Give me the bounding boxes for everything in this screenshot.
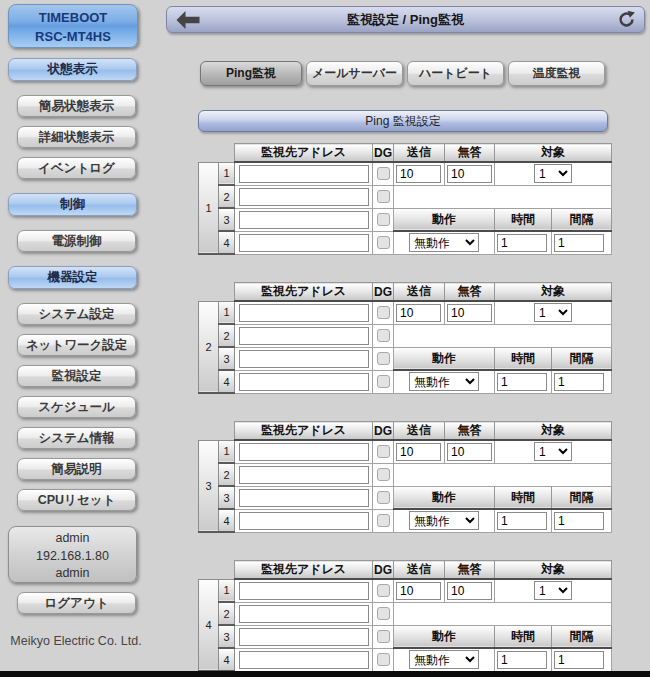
time-cell <box>495 231 552 254</box>
interval-input[interactable] <box>554 512 604 530</box>
action-select[interactable]: 無動作 <box>409 650 479 669</box>
dg-checkbox[interactable] <box>377 445 390 458</box>
sidebar-item-cpu-reset[interactable]: CPUリセット <box>17 489 136 511</box>
dg-checkbox[interactable] <box>377 352 390 365</box>
noreply-count-input[interactable] <box>447 165 492 183</box>
address-input[interactable] <box>239 234 369 252</box>
sidebar-item-network-settings[interactable]: ネットワーク設定 <box>17 334 136 356</box>
time-input[interactable] <box>497 651 547 669</box>
tab-temperature[interactable]: 温度監視 <box>508 61 605 86</box>
send-count-input[interactable] <box>396 304 441 322</box>
dg-checkbox[interactable] <box>377 329 390 342</box>
page-header-bar: 監視設定 / Ping監視 <box>166 6 645 33</box>
action-select[interactable]: 無動作 <box>409 511 479 530</box>
ping-monitor-group: 監視先アドレスDG送信無答対象41123動作時間間隔4無動作 <box>198 560 612 672</box>
col-header-noreply: 無答 <box>445 561 495 580</box>
device-title-button[interactable]: TIMEBOOT RSC-MT4HS <box>8 4 138 48</box>
tab-heartbeat[interactable]: ハートビート <box>407 61 504 86</box>
noreply-cell <box>445 579 495 602</box>
row-number: 2 <box>219 463 235 486</box>
sidebar-item-power-control[interactable]: 電源制御 <box>17 230 136 252</box>
dg-checkbox[interactable] <box>377 375 390 388</box>
row-number: 3 <box>219 347 235 370</box>
col-header-address: 監視先アドレス <box>235 144 373 163</box>
action-cell: 無動作 <box>394 648 495 671</box>
address-input[interactable] <box>239 443 369 461</box>
empty-cell <box>394 185 612 208</box>
dg-checkbox[interactable] <box>377 630 390 643</box>
dg-checkbox[interactable] <box>377 607 390 620</box>
col-header-noreply: 無答 <box>445 283 495 302</box>
sidebar-item-schedule[interactable]: スケジュール <box>17 396 136 418</box>
interval-input[interactable] <box>554 651 604 669</box>
address-input[interactable] <box>239 327 369 345</box>
table-corner-spacer <box>199 144 235 163</box>
address-cell <box>235 648 373 671</box>
address-input[interactable] <box>239 466 369 484</box>
address-input[interactable] <box>239 373 369 391</box>
address-input[interactable] <box>239 628 369 646</box>
dg-checkbox[interactable] <box>377 213 390 226</box>
sidebar-item-event-log[interactable]: イベントログ <box>17 157 136 179</box>
time-input[interactable] <box>497 234 547 252</box>
logout-button[interactable]: ログアウト <box>17 592 136 614</box>
target-select[interactable]: 1 <box>534 164 572 183</box>
refresh-icon[interactable] <box>617 10 636 29</box>
dg-checkbox[interactable] <box>377 190 390 203</box>
send-cell <box>394 579 445 602</box>
tab-ping-monitor[interactable]: Ping監視 <box>200 61 302 86</box>
sidebar-item-monitor-settings[interactable]: 監視設定 <box>17 365 136 387</box>
target-select[interactable]: 1 <box>534 442 572 461</box>
sidebar-section-control[interactable]: 制御 <box>8 193 137 216</box>
address-input[interactable] <box>239 512 369 530</box>
time-input[interactable] <box>497 512 547 530</box>
action-cell: 無動作 <box>394 231 495 254</box>
back-arrow-icon[interactable] <box>175 10 201 30</box>
address-input[interactable] <box>239 651 369 669</box>
address-cell <box>235 509 373 532</box>
sidebar-item-system-settings[interactable]: システム設定 <box>17 303 136 325</box>
send-count-input[interactable] <box>396 165 441 183</box>
col-header-interval: 間隔 <box>552 347 612 370</box>
noreply-count-input[interactable] <box>447 304 492 322</box>
address-input[interactable] <box>239 350 369 368</box>
row-number: 1 <box>219 162 235 185</box>
row-number: 1 <box>219 440 235 463</box>
send-count-input[interactable] <box>396 443 441 461</box>
action-select[interactable]: 無動作 <box>409 372 479 391</box>
address-input[interactable] <box>239 304 369 322</box>
time-input[interactable] <box>497 373 547 391</box>
address-input[interactable] <box>239 605 369 623</box>
target-select[interactable]: 1 <box>534 581 572 600</box>
address-input[interactable] <box>239 165 369 183</box>
dg-checkbox[interactable] <box>377 653 390 666</box>
sidebar-item-detailed-status[interactable]: 詳細状態表示 <box>17 126 136 148</box>
dg-checkbox[interactable] <box>377 236 390 249</box>
noreply-count-input[interactable] <box>447 443 492 461</box>
dg-checkbox[interactable] <box>377 514 390 527</box>
dg-checkbox[interactable] <box>377 584 390 597</box>
sidebar-section-status-display[interactable]: 状態表示 <box>8 58 137 81</box>
dg-checkbox[interactable] <box>377 306 390 319</box>
sidebar-item-simple-status[interactable]: 簡易状態表示 <box>17 95 136 117</box>
tab-mail-server[interactable]: メールサーバー <box>306 61 403 86</box>
col-header-interval: 間隔 <box>552 208 612 231</box>
sidebar-section-device-settings[interactable]: 機器設定 <box>8 266 137 289</box>
address-input[interactable] <box>239 211 369 229</box>
address-input[interactable] <box>239 582 369 600</box>
send-count-input[interactable] <box>396 582 441 600</box>
dg-checkbox[interactable] <box>377 491 390 504</box>
dg-checkbox[interactable] <box>377 167 390 180</box>
interval-input[interactable] <box>554 234 604 252</box>
session-account: admin <box>9 565 136 583</box>
dg-checkbox[interactable] <box>377 468 390 481</box>
col-header-send: 送信 <box>394 422 445 441</box>
action-select[interactable]: 無動作 <box>409 233 479 252</box>
interval-input[interactable] <box>554 373 604 391</box>
sidebar-item-quick-guide[interactable]: 簡易説明 <box>17 458 136 480</box>
target-select[interactable]: 1 <box>534 303 572 322</box>
address-input[interactable] <box>239 188 369 206</box>
noreply-count-input[interactable] <box>447 582 492 600</box>
sidebar-item-system-info[interactable]: システム情報 <box>17 427 136 449</box>
address-input[interactable] <box>239 489 369 507</box>
